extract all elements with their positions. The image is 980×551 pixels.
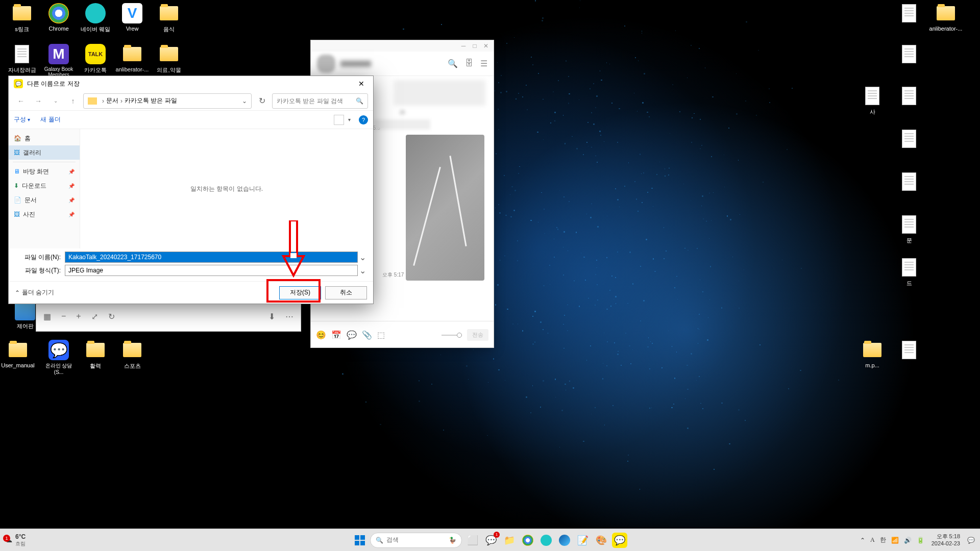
sidebar-item-pictures[interactable]: 🖼사진📌 (9, 207, 80, 221)
expand-icon[interactable]: ⤢ (91, 312, 98, 321)
filetype-select[interactable]: JPEG Image (65, 265, 358, 276)
desktop-icon-anliberator[interactable]: anliberator-... (114, 44, 150, 72)
close-icon[interactable]: ✕ (355, 79, 368, 89)
taskbar-notepad[interactable]: 📝 (575, 533, 591, 548)
taskbar-search[interactable]: 🔍 검색 🦆 (370, 533, 462, 548)
desktop-icon-right-doc2[interactable] (891, 44, 927, 66)
desktop-icon-sports[interactable]: 스포츠 (114, 340, 150, 370)
desktop-icon-whale[interactable]: 네이버 웨일 (78, 3, 113, 33)
download-icon[interactable]: ⬇ (268, 312, 275, 321)
cancel-button[interactable]: 취소 (325, 286, 367, 299)
grid-icon[interactable]: ▦ (43, 312, 51, 321)
chat-bubble-icon[interactable]: 💬 (347, 330, 357, 340)
more-icon[interactable]: ⋯ (285, 312, 293, 321)
tray-battery-icon[interactable]: 🔋 (917, 537, 924, 544)
taskbar-edge[interactable] (557, 533, 572, 548)
save-button[interactable]: 저장(S) (279, 286, 321, 299)
desktop-icon-right-doc-sa[interactable]: 사 (854, 86, 890, 116)
maximize-icon[interactable]: □ (469, 40, 480, 52)
path-breadcrumb[interactable]: › 문서 › 카카오톡 받은 파일 ⌄ (83, 93, 252, 109)
desktop-icon-right-doc-mun[interactable]: 문 (891, 214, 927, 244)
desktop-icon-medical[interactable]: 의료,약물 (151, 44, 187, 74)
desktop-icon-food[interactable]: 음식 (151, 3, 187, 33)
taskbar-chrome[interactable] (520, 533, 535, 548)
close-icon[interactable]: ✕ (480, 40, 492, 52)
start-button[interactable] (353, 533, 367, 547)
taskbar-explorer[interactable]: 📁 (502, 533, 517, 548)
taskbar-clock[interactable]: 오후 5:18 2024-02-23 (929, 533, 962, 546)
slider[interactable] (442, 335, 462, 336)
help-icon[interactable]: ? (359, 115, 368, 124)
send-button[interactable]: 전송 (467, 329, 488, 341)
desktop-icon-childcare[interactable]: 자녀장려금 (4, 44, 40, 74)
sidebar-item-desktop[interactable]: 🖥바탕 화면📌 (9, 164, 80, 179)
filename-dropdown-icon[interactable]: ⌄ (358, 253, 367, 262)
desktop-icon-right-doc5[interactable] (891, 171, 927, 194)
desktop-icon-right-doc3[interactable] (891, 86, 927, 108)
minimize-icon[interactable]: ─ (458, 40, 469, 52)
search-icon[interactable]: 🔍 (448, 59, 458, 68)
search-input[interactable] (277, 97, 356, 105)
desktop-icon-right-doc4[interactable] (891, 129, 927, 151)
menu-icon[interactable]: ☰ (480, 59, 487, 68)
search-box[interactable]: 🔍 (272, 93, 368, 109)
desktop-icon-right-anlib[interactable]: anliberator-... (928, 3, 964, 32)
back-icon[interactable]: ← (14, 94, 28, 108)
emoji-icon[interactable]: 😊 (316, 330, 326, 340)
desktop-icon-vrew[interactable]: VVrew (114, 3, 150, 32)
taskbar-taskview[interactable]: ⬜ (465, 533, 480, 548)
hide-folders-toggle[interactable]: ⌃폴더 숨기기 (15, 288, 54, 297)
tray-font-icon[interactable]: A (870, 536, 875, 544)
desktop-icon-right-mp[interactable]: m.p... (854, 340, 890, 368)
tray-ime[interactable]: 한 (880, 536, 886, 544)
recent-icon[interactable]: ⌄ (48, 94, 63, 108)
filename-input[interactable] (65, 252, 358, 263)
contact-name (340, 61, 371, 67)
desktop-icon-kakaotalk[interactable]: TALK카카오톡 (78, 44, 113, 74)
crop-icon[interactable]: ⬚ (377, 330, 385, 340)
refresh-icon[interactable]: ↻ (255, 96, 269, 106)
sidebar-item-documents[interactable]: 📄문서📌 (9, 193, 80, 207)
desktop-icon-usermanual[interactable]: User_manual (0, 340, 36, 368)
desktop-icon-galaxybook[interactable]: MGalaxy Book Members (41, 44, 77, 78)
taskbar-paint[interactable]: 🎨 (594, 533, 609, 548)
kakaotalk-chat-header: 🔍 🗄 ☰ (311, 52, 494, 76)
archive-icon[interactable]: 🗄 (465, 59, 473, 68)
sidebar-item-gallery[interactable]: 🖼갤러리 (9, 145, 80, 160)
desktop-icon-chrome[interactable]: Chrome (41, 3, 77, 32)
desktop-icon-vitality[interactable]: 활력 (78, 340, 113, 370)
taskbar-kakaotalk[interactable]: 💬 (612, 533, 627, 548)
desktop-icon-right-doc-deu[interactable]: 드 (891, 257, 927, 287)
tray-chevron-icon[interactable]: ⌃ (860, 537, 865, 544)
tray-wifi-icon[interactable]: 📶 (891, 537, 899, 544)
taskbar-whale[interactable] (538, 533, 554, 548)
sidebar-item-home[interactable]: 🏠홈 (9, 131, 80, 145)
tray-notifications-icon[interactable]: 💬 (967, 537, 975, 544)
rotate-icon[interactable]: ↻ (108, 312, 115, 321)
path-part-2[interactable]: 카카오톡 받은 파일 (125, 96, 177, 105)
zoom-in-icon[interactable]: + (76, 312, 81, 321)
zoom-out-icon[interactable]: − (61, 312, 66, 321)
organize-button[interactable]: 구성 ▾ (14, 115, 30, 124)
view-mode-button[interactable] (334, 115, 344, 125)
desktop-icon-slink[interactable]: s링크 (4, 3, 40, 33)
desktop-icon-right-doc1[interactable] (891, 3, 927, 26)
forward-icon[interactable]: → (31, 94, 45, 108)
svg-rect-5 (355, 541, 359, 545)
new-folder-button[interactable]: 새 폴더 (40, 115, 60, 124)
desktop-icon-right-doc7[interactable] (891, 340, 927, 362)
calendar-icon[interactable]: 📅 (331, 330, 341, 340)
taskbar-weather[interactable]: ☁1 6°C 흐림 (0, 533, 32, 547)
filetype-dropdown-icon[interactable]: ⌄ (358, 266, 367, 276)
taskbar-chat[interactable]: 💬1 (483, 533, 499, 548)
path-part-1[interactable]: 문서 (106, 96, 118, 105)
desktop-icon-consult[interactable]: 💬온라인 상담(S... (41, 340, 77, 375)
view-dropdown-icon[interactable]: ▾ (348, 117, 351, 122)
up-icon[interactable]: ↑ (66, 94, 80, 108)
sidebar-item-downloads[interactable]: ⬇다운로드📌 (9, 179, 80, 193)
tray-volume-icon[interactable]: 🔊 (904, 537, 912, 544)
chevron-down-icon[interactable]: ⌄ (242, 97, 247, 105)
attach-icon[interactable]: 📎 (362, 330, 372, 340)
chat-image-message[interactable] (406, 135, 484, 281)
search-icon: 🔍 (376, 537, 383, 544)
